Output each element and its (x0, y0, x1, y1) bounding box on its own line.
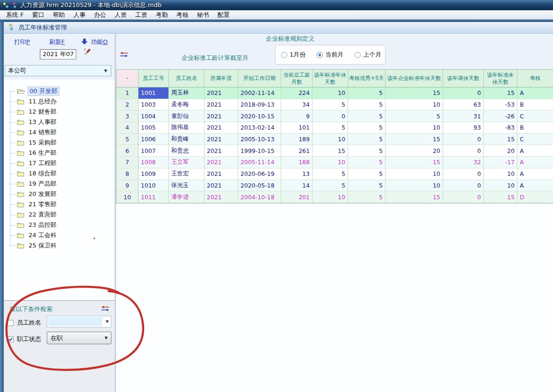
table-cell[interactable]: 93 (443, 122, 484, 134)
table-cell[interactable]: 2021 (204, 145, 238, 157)
table-cell[interactable]: 2021 (204, 122, 238, 134)
row-number-cell[interactable]: 10 (116, 191, 138, 203)
table-cell[interactable]: 2021 (204, 87, 238, 99)
column-header[interactable]: 该年标准年休天数 (313, 70, 348, 87)
table-cell[interactable]: 5 (348, 168, 386, 180)
table-cell[interactable]: 34 (281, 99, 313, 111)
column-header[interactable]: 该年调休天数 (443, 70, 484, 87)
table-cell[interactable]: 10 (386, 122, 443, 134)
table-cell[interactable]: 2002-11-14 (238, 87, 281, 99)
table-cell[interactable]: 0 (443, 180, 484, 192)
menu-item[interactable]: 工资 (131, 10, 152, 20)
table-cell[interactable]: 1001 (138, 87, 169, 99)
menu-item[interactable]: 办公 (90, 10, 110, 20)
table-cell[interactable]: 5 (348, 191, 386, 203)
table-cell[interactable]: 188 (281, 157, 313, 168)
table-cell[interactable]: B (517, 122, 553, 134)
month-radio-option[interactable]: 当前月 (317, 51, 343, 59)
row-number-cell[interactable]: 7 (116, 157, 138, 168)
table-cell[interactable]: 20 (386, 145, 443, 157)
menu-item[interactable]: 帮助 (49, 10, 69, 20)
table-cell[interactable]: 0 (443, 191, 484, 203)
table-cell[interactable]: 2005-10-13 (238, 134, 281, 145)
table-cell[interactable]: 101 (281, 122, 313, 134)
table-cell[interactable]: 张光玉 (169, 180, 204, 192)
period-input[interactable]: 2021 年07 (40, 49, 76, 59)
column-header[interactable]: 该年企业标准年休天数 (386, 70, 443, 87)
table-cell[interactable]: 潘学进 (169, 191, 204, 203)
menu-item[interactable]: 秘书 (193, 10, 213, 20)
table-cell[interactable]: 2013-02-14 (238, 122, 281, 134)
column-header[interactable]: 当前总工龄月数 (281, 70, 313, 87)
column-header[interactable]: 员工姓名 (169, 70, 204, 87)
table-cell[interactable]: 15 (386, 134, 443, 145)
table-cell[interactable]: B (517, 99, 553, 111)
table-cell[interactable]: 31 (443, 110, 484, 122)
tree-item-department[interactable]: 20 发展部 (7, 189, 105, 199)
table-cell[interactable]: A (517, 87, 553, 99)
tree-item-department[interactable]: 22 直营部 (7, 210, 105, 220)
company-select[interactable]: 本公司 ▼ (5, 65, 111, 76)
table-cell[interactable]: 和贵峰 (169, 134, 204, 145)
column-header[interactable]: 员工工号 (138, 70, 169, 87)
table-cell[interactable]: 5 (348, 122, 386, 134)
table-cell[interactable]: 0 (443, 134, 484, 145)
table-cell[interactable]: 5 (348, 110, 386, 122)
table-cell[interactable]: 15 (484, 87, 517, 99)
menu-item[interactable]: 窗口 (28, 10, 49, 20)
menu-item[interactable]: 人事 (69, 10, 90, 20)
table-cell[interactable]: 1003 (138, 99, 169, 111)
row-number-cell[interactable]: 9 (116, 180, 138, 192)
tree-item-department[interactable]: 21 零售部 (7, 199, 105, 210)
table-cell[interactable]: 1006 (138, 134, 169, 145)
column-header[interactable]: 开始工作日期 (238, 70, 281, 87)
table-cell[interactable]: 15 (386, 157, 443, 168)
table-cell[interactable]: C (517, 110, 553, 122)
table-cell[interactable]: 261 (281, 145, 313, 157)
table-cell[interactable]: 1009 (138, 168, 169, 180)
table-cell[interactable]: 5 (313, 99, 348, 111)
month-radio-option[interactable]: 1月份 (281, 51, 306, 59)
menu-item[interactable]: 人资 (110, 10, 131, 20)
table-cell[interactable]: 5 (348, 145, 386, 157)
table-cell[interactable]: 2021 (204, 168, 238, 180)
table-cell[interactable]: 0 (443, 87, 484, 99)
table-cell[interactable]: 10 (386, 180, 443, 192)
tree-item-department[interactable]: 16 生产部 (7, 148, 105, 158)
row-number-cell[interactable]: 8 (116, 168, 138, 180)
table-cell[interactable]: 10 (484, 168, 517, 180)
table-cell[interactable]: A (517, 168, 553, 180)
table-cell[interactable]: 1004 (138, 110, 169, 122)
table-cell[interactable]: 周玉林 (169, 87, 204, 99)
table-cell[interactable]: C (517, 134, 553, 145)
table-cell[interactable]: A (517, 145, 553, 157)
function-button[interactable]: 功能O (91, 38, 108, 46)
table-cell[interactable]: -17 (484, 157, 517, 168)
employee-name-combo[interactable]: ▼ (47, 316, 111, 327)
employee-status-combo[interactable]: 在职 ▼ (47, 332, 111, 344)
swap-icon[interactable] (120, 51, 128, 59)
table-cell[interactable]: 0 (443, 168, 484, 180)
table-cell[interactable]: 0 (313, 110, 348, 122)
table-cell[interactable]: 5 (313, 180, 348, 192)
table-cell[interactable]: 2021 (204, 157, 238, 168)
table-cell[interactable]: 10 (386, 168, 443, 180)
row-number-cell[interactable]: 5 (116, 134, 138, 145)
table-cell[interactable]: 陈伟基 (169, 122, 204, 134)
print-button[interactable]: 打印P (14, 38, 30, 46)
row-number-cell[interactable]: 2 (116, 99, 138, 111)
menu-item[interactable]: 配置 (213, 10, 234, 20)
chevron-down-icon[interactable]: ▼ (104, 69, 111, 73)
table-cell[interactable]: 童彭仙 (169, 110, 204, 122)
table-cell[interactable]: 32 (443, 157, 484, 168)
menu-item[interactable]: 系统 F (2, 10, 28, 20)
table-cell[interactable]: 王世宏 (169, 168, 204, 180)
table-cell[interactable]: 10 (313, 191, 348, 203)
table-cell[interactable]: 15 (313, 145, 348, 157)
table-cell[interactable]: D (517, 191, 553, 203)
tree-item-department[interactable]: 15 采购部 (7, 138, 105, 148)
table-cell[interactable]: 10 (313, 157, 348, 168)
tree-item-department[interactable]: 19 产品部 (7, 179, 105, 189)
column-header[interactable]: 该年标准未休天数 (484, 70, 517, 87)
table-cell[interactable]: 2020-10-15 (238, 110, 281, 122)
